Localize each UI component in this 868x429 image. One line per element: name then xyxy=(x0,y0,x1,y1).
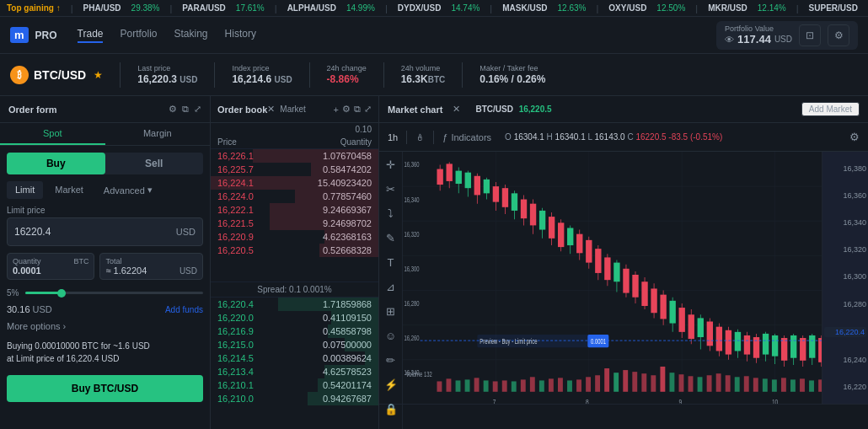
pen-icon[interactable]: ✎ xyxy=(386,232,395,244)
ticker-mkr[interactable]: MKR/USD xyxy=(708,3,747,13)
buy-order-row[interactable]: 16,213.4 4.62578523 xyxy=(211,365,378,378)
buy-order-row[interactable]: 16,220.4 1.71859868 xyxy=(211,298,378,311)
text-icon[interactable]: T xyxy=(388,256,394,269)
sell-order-row[interactable]: 16,225.7 0.58474202 xyxy=(211,163,378,176)
copy-icon[interactable]: ⧉ xyxy=(182,104,189,115)
buy-button[interactable]: Buy BTC/USD xyxy=(7,375,203,402)
tab-advanced[interactable]: Advanced ▾ xyxy=(95,181,161,199)
nav-staking[interactable]: Staking xyxy=(174,28,208,43)
measure-icon[interactable]: ⊿ xyxy=(386,281,395,293)
tab-margin[interactable]: Margin xyxy=(105,123,211,145)
lock-icon[interactable]: 🔒 xyxy=(384,403,398,416)
grid-icon[interactable]: ⊞ xyxy=(386,305,395,318)
order-form-title: Order form xyxy=(8,105,56,115)
sell-order-row[interactable]: 16,226.1 1.07670458 xyxy=(211,149,378,163)
indicators-icon: ƒ xyxy=(442,132,447,142)
svg-rect-121 xyxy=(530,377,535,391)
settings-icon-2[interactable]: ⚙ xyxy=(342,104,351,115)
plus-icon[interactable]: + xyxy=(334,105,339,115)
timeframe-1h[interactable]: 1h xyxy=(388,132,398,142)
quantity-label: Quantity xyxy=(13,257,41,265)
tab-limit[interactable]: Limit xyxy=(7,181,43,199)
limit-price-input-row[interactable]: USD xyxy=(7,217,203,246)
tab-spot[interactable]: Spot xyxy=(0,123,105,145)
buy-order-row[interactable]: 16,214.5 0.00389624 xyxy=(211,351,378,365)
ticker-mask[interactable]: MASK/USD xyxy=(502,3,547,13)
quantity-box[interactable]: Quantity BTC 0.0001 xyxy=(7,253,94,280)
scissors-icon[interactable]: ✂ xyxy=(386,183,395,196)
star-icon[interactable]: ★ xyxy=(94,69,103,81)
svg-rect-132 xyxy=(632,372,637,392)
sell-order-row[interactable]: 16,221.5 9.24698702 xyxy=(211,217,378,230)
expand-icon[interactable]: ⤢ xyxy=(194,104,201,115)
market-tab[interactable]: Market xyxy=(280,105,306,114)
index-price: 16,214.6 USD xyxy=(232,73,292,85)
indicators-button[interactable]: ƒ Indicators xyxy=(442,132,491,142)
svg-rect-31 xyxy=(493,186,499,202)
crosshair-icon[interactable]: ✛ xyxy=(386,158,395,171)
svg-rect-35 xyxy=(512,193,517,211)
pencil-icon[interactable]: ✏ xyxy=(386,354,395,367)
svg-rect-126 xyxy=(576,379,581,391)
ticker-alpha[interactable]: ALPHA/USD xyxy=(287,3,336,13)
svg-rect-45 xyxy=(558,223,564,247)
limit-price-label: Limit price xyxy=(7,206,203,215)
buy-order-row[interactable]: 16,215.0 0.07500000 xyxy=(211,338,378,351)
ticker-para[interactable]: PARA/USD xyxy=(182,3,225,13)
svg-rect-95 xyxy=(790,335,796,358)
copy-icon-2[interactable]: ⧉ xyxy=(354,104,361,115)
expand-icon-2[interactable]: ⤢ xyxy=(364,104,372,115)
magnet-icon[interactable]: ⚡ xyxy=(384,378,398,391)
main-layout: Order form ⚙ ⧉ ⤢ Spot Margin Buy Sell Li… xyxy=(0,96,868,429)
sell-order-row[interactable]: 16,220.5 0.52668328 xyxy=(211,244,378,257)
nav-trade[interactable]: Trade xyxy=(78,28,104,43)
chart-svg: 16,360 16,340 16,320 16,300 16,280 16,26… xyxy=(403,152,868,429)
change-group: 24h change -8.86% xyxy=(327,64,367,85)
nav-history[interactable]: History xyxy=(225,28,256,43)
sell-order-row[interactable]: 16,220.9 4.62368163 xyxy=(211,230,378,244)
buy-order-row[interactable]: 16,220.0 0.41109150 xyxy=(211,311,378,324)
settings-icon[interactable]: ⚙ xyxy=(169,104,177,115)
chart-symbol[interactable]: BTC/USD 16,220.5 xyxy=(475,105,551,114)
chart-settings-icon[interactable]: ⚙ xyxy=(849,131,860,143)
slider-track[interactable] xyxy=(25,292,203,294)
limit-price-group: Limit price USD xyxy=(7,206,203,246)
tab-market[interactable]: Market xyxy=(46,181,92,199)
settings-icon-btn[interactable]: ⚙ xyxy=(828,24,849,46)
ticker-super[interactable]: SUPER/USD xyxy=(809,3,858,13)
slider-thumb[interactable] xyxy=(57,289,66,298)
svg-rect-151 xyxy=(809,380,814,391)
add-market-button[interactable]: Add Market xyxy=(801,102,860,116)
ticker-oxy[interactable]: OXY/USD xyxy=(608,3,646,13)
ticker-dydx[interactable]: DYDX/USD xyxy=(398,3,442,13)
svg-rect-113 xyxy=(456,380,461,391)
buy-order-row[interactable]: 16,216.9 0.45858798 xyxy=(211,324,378,338)
price-scale: 16,380 16,360 16,340 16,320 16,300 16,28… xyxy=(822,152,868,404)
sell-order-row[interactable]: 16,222.1 9.24669367 xyxy=(211,203,378,217)
slider-row[interactable]: 5% xyxy=(7,288,203,298)
face-icon[interactable]: ☺ xyxy=(385,330,396,342)
eye-icon[interactable]: 👁 xyxy=(725,35,734,45)
buy-order-row[interactable]: 16,210.0 0.94267687 xyxy=(211,392,378,405)
tb-sep-1 xyxy=(406,131,407,144)
trend-icon[interactable]: ⤵ xyxy=(388,207,394,220)
nav-portfolio[interactable]: Portfolio xyxy=(120,28,157,43)
candle-icon[interactable]: 🕯 xyxy=(415,132,425,142)
svg-rect-41 xyxy=(539,211,545,230)
tab-buy[interactable]: Buy xyxy=(7,153,105,174)
buy-order-row[interactable]: 16,210.1 0.54201174 xyxy=(211,378,378,392)
monitor-icon-btn[interactable]: ⊡ xyxy=(799,24,821,46)
svg-text:Volume 132: Volume 132 xyxy=(406,371,432,378)
tab-sell[interactable]: Sell xyxy=(105,153,204,174)
add-funds-button[interactable]: Add funds xyxy=(165,305,203,314)
svg-rect-97 xyxy=(800,338,806,361)
ticker-pha[interactable]: PHA/USD xyxy=(83,3,121,13)
symbol-name[interactable]: BTC/USD xyxy=(34,68,86,82)
sell-order-row[interactable]: 16,224.0 0.77857460 xyxy=(211,190,378,203)
close-icon[interactable]: ✕ xyxy=(267,104,275,115)
chart-close-icon[interactable]: ✕ xyxy=(453,104,460,115)
sell-order-row[interactable]: 16,224.1 15.40923420 xyxy=(211,176,378,190)
more-options[interactable]: More options › xyxy=(7,321,203,331)
svg-rect-59 xyxy=(623,269,629,293)
limit-price-input[interactable] xyxy=(14,226,176,238)
